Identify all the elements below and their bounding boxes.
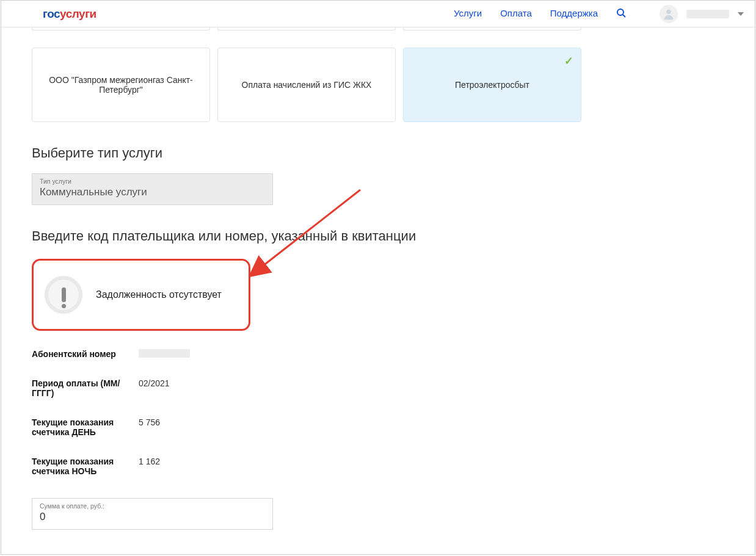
day-label: Текущие показания счетчика ДЕНЬ [32, 417, 139, 437]
card-gis-label: Оплата начислений из ГИС ЖКХ [242, 80, 372, 90]
period-value: 02/2021 [139, 378, 170, 398]
day-value: 5 756 [139, 417, 160, 437]
main-nav: Услуги Оплата Поддержка [454, 8, 626, 20]
card-cutoff-2[interactable] [217, 27, 396, 31]
notice-text: Задолженность отсутствует [96, 289, 222, 300]
svg-point-0 [617, 9, 623, 15]
card-gazprom-label: ООО "Газпром межрегионгаз Санкт-Петербур… [43, 75, 198, 95]
amount-value: 0 [40, 511, 265, 523]
row-night: Текущие показания счетчика НОЧЬ 1 162 [32, 457, 724, 476]
no-debt-notice: Задолженность отсутствует [32, 259, 250, 331]
period-label: Период оплаты (ММ/ГГГГ) [32, 378, 139, 398]
check-icon: ✓ [564, 54, 573, 68]
payer-code-heading: Введите код плательщика или номер, указа… [32, 228, 724, 244]
search-icon[interactable] [616, 8, 626, 20]
card-pes-label: Петроэлектросбыт [455, 80, 529, 90]
service-type-value: Коммунальные услуги [40, 186, 265, 198]
amount-label: Сумма к оплате, руб.: [40, 502, 265, 510]
service-type-small-label: Тип услуги [40, 178, 265, 185]
service-type-select[interactable]: Тип услуги Коммунальные услуги [32, 173, 273, 205]
night-label: Текущие показания счетчика НОЧЬ [32, 457, 139, 476]
service-type-heading: Выберите тип услуги [32, 145, 724, 161]
svg-point-2 [666, 9, 671, 13]
svg-line-1 [623, 15, 625, 17]
card-cutoff-1[interactable] [32, 27, 210, 31]
row-subscriber: Абонентский номер [32, 349, 724, 359]
card-gis-zhkh[interactable]: Оплата начислений из ГИС ЖКХ [217, 48, 396, 122]
card-cutoff-3[interactable] [403, 27, 581, 31]
nav-services[interactable]: Услуги [454, 8, 482, 20]
amount-input[interactable]: Сумма к оплате, руб.: 0 [32, 498, 273, 530]
header: госуслуги Услуги Оплата Поддержка [1, 1, 755, 27]
card-gazprom[interactable]: ООО "Газпром межрегионгаз Санкт-Петербур… [32, 48, 210, 122]
chevron-down-icon [738, 12, 744, 16]
night-value: 1 162 [139, 457, 160, 476]
nav-support[interactable]: Поддержка [550, 8, 598, 20]
subscriber-label: Абонентский номер [32, 349, 139, 359]
exclamation-icon [45, 276, 82, 314]
avatar [660, 5, 678, 23]
user-name-placeholder [686, 10, 729, 18]
nav-payment[interactable]: Оплата [500, 8, 532, 20]
card-petroelectrosbyt[interactable]: ✓ Петроэлектросбыт [403, 48, 581, 122]
logo-suffix: услуги [60, 7, 96, 20]
provider-cards: ООО "Газпром межрегионгаз Санкт-Петербур… [32, 48, 724, 122]
logo[interactable]: госуслуги [43, 7, 96, 21]
subscriber-value-placeholder [139, 349, 190, 358]
logo-prefix: гос [43, 7, 60, 20]
row-day: Текущие показания счетчика ДЕНЬ 5 756 [32, 417, 724, 437]
user-area[interactable] [660, 5, 744, 23]
row-period: Период оплаты (ММ/ГГГГ) 02/2021 [32, 378, 724, 398]
